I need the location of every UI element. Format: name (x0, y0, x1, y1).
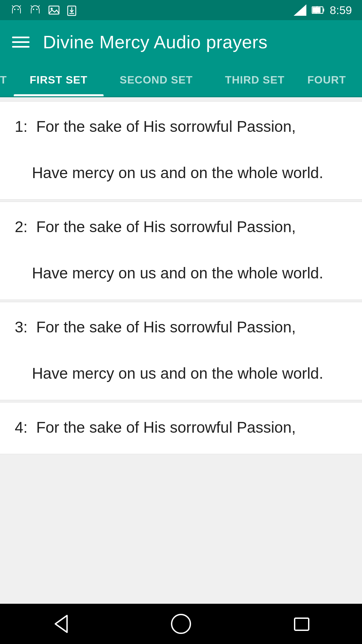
prayer-line2-3: Have mercy on us and on the whole world. (32, 365, 323, 382)
tab-partial-right[interactable]: FOURT (301, 64, 346, 96)
svg-line-6 (31, 5, 32, 7)
prayer-line2-1: Have mercy on us and on the whole world. (32, 164, 323, 181)
svg-point-1 (17, 9, 19, 10)
prayer-text-1: 1: For the sake of His sorrowful Passion… (15, 115, 347, 184)
tab-first-set[interactable]: FIRST SET (14, 64, 104, 96)
hamburger-line-2 (12, 41, 29, 43)
svg-point-5 (36, 9, 38, 10)
status-time: 8:59 (330, 4, 352, 17)
svg-line-2 (12, 5, 13, 7)
svg-point-21 (172, 614, 190, 633)
battery-icon (312, 4, 324, 16)
svg-line-7 (39, 5, 40, 7)
tab-partial-left-label: T (0, 74, 7, 86)
prayer-card-3[interactable]: 3: For the sake of His sorrowful Passion… (0, 302, 362, 400)
svg-line-3 (20, 5, 21, 7)
recents-button[interactable] (285, 607, 318, 641)
prayer-line1-1: For the sake of His sorrowful Passion, (36, 118, 296, 135)
download-icon (66, 4, 79, 16)
home-button[interactable] (164, 607, 198, 641)
svg-marker-20 (55, 615, 67, 632)
tab-third-set[interactable]: THIRD SET (209, 64, 301, 96)
app-bar: Divine Mercy Audio prayers (0, 20, 362, 64)
app-title: Divine Mercy Audio prayers (43, 32, 267, 52)
prayer-number-1: 1 (15, 118, 23, 135)
svg-marker-13 (294, 4, 306, 16)
hamburger-line-1 (12, 37, 29, 38)
svg-rect-8 (49, 6, 59, 14)
prayer-card-4[interactable]: 4: For the sake of His sorrowful Passion… (0, 402, 362, 454)
svg-rect-22 (295, 618, 309, 630)
prayer-card-1[interactable]: 1: For the sake of His sorrowful Passion… (0, 101, 362, 200)
prayer-line1-4: For the sake of His sorrowful Passion, (36, 419, 296, 436)
prayer-number-4: 4 (15, 419, 23, 436)
tab-partial-right-label: FOURT (307, 74, 346, 86)
prayer-line1-2: For the sake of His sorrowful Passion, (36, 218, 296, 235)
hamburger-line-3 (12, 46, 29, 48)
prayer-text-4: 4: For the sake of His sorrowful Passion… (15, 416, 347, 439)
svg-point-0 (14, 9, 15, 10)
android-ghost-icon-1 (10, 4, 23, 16)
svg-point-9 (51, 8, 53, 10)
tab-first-set-label: FIRST SET (30, 74, 88, 86)
signal-icon (294, 4, 306, 16)
prayer-list: 1: For the sake of His sorrowful Passion… (0, 97, 362, 604)
prayer-text-2: 2: For the sake of His sorrowful Passion… (15, 215, 347, 285)
prayer-card-2[interactable]: 2: For the sake of His sorrowful Passion… (0, 202, 362, 300)
tab-third-set-label: THIRD SET (225, 74, 285, 86)
tab-partial-left[interactable]: T (0, 64, 14, 96)
status-bar: 8:59 (0, 0, 362, 20)
status-bar-right: 8:59 (294, 4, 352, 17)
prayer-line1-3: For the sake of His sorrowful Passion, (36, 318, 296, 336)
bottom-nav (0, 604, 362, 644)
status-bar-left (10, 4, 79, 16)
back-button[interactable] (44, 607, 77, 641)
prayer-line2-2: Have mercy on us and on the whole world. (32, 264, 323, 282)
svg-point-4 (33, 9, 34, 10)
tabs-container: T FIRST SET SECOND SET THIRD SET FOURT (0, 64, 362, 97)
tab-second-set-label: SECOND SET (120, 74, 193, 86)
image-icon (48, 4, 60, 16)
prayer-number-3: 3 (15, 318, 23, 336)
hamburger-menu-icon[interactable] (12, 37, 29, 48)
prayer-text-3: 3: For the sake of His sorrowful Passion… (15, 316, 347, 385)
svg-rect-15 (323, 8, 324, 11)
android-ghost-icon-2 (29, 4, 42, 16)
prayer-number-2: 2 (15, 218, 23, 235)
tab-second-set[interactable]: SECOND SET (104, 64, 209, 96)
